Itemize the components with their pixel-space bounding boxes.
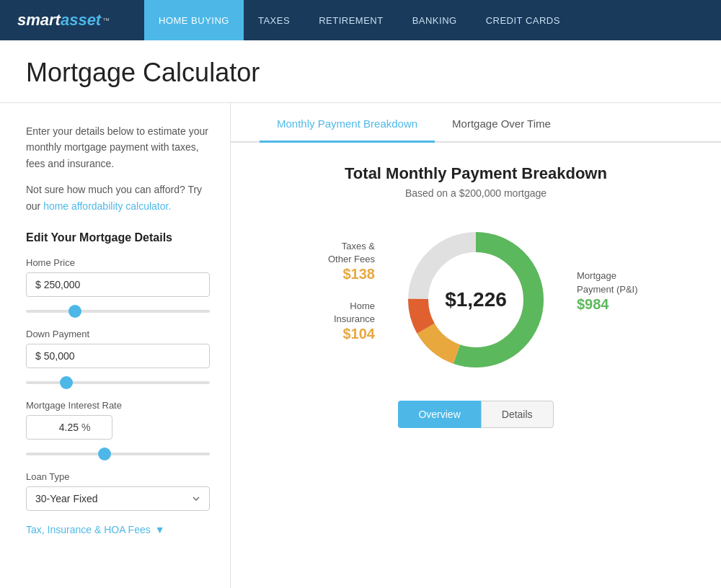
nav-item-credit-cards[interactable]: CREDIT CARDS bbox=[472, 0, 575, 40]
left-panel: Enter your details below to estimate you… bbox=[0, 103, 231, 588]
page-title: Mortgage Calculator bbox=[26, 58, 695, 88]
nav-item-taxes[interactable]: TAXES bbox=[244, 0, 304, 40]
section-title: Edit Your Mortgage Details bbox=[26, 231, 210, 244]
logo-smart: smart bbox=[17, 11, 61, 30]
tax-link-text: Tax, Insurance & HOA Fees bbox=[26, 524, 151, 535]
loan-type-select[interactable]: 30-Year Fixed 15-Year Fixed 5/1 ARM 10/1… bbox=[26, 486, 210, 511]
logo-tm: ™ bbox=[102, 17, 110, 24]
down-payment-slider[interactable] bbox=[26, 381, 210, 384]
page-title-bar: Mortgage Calculator bbox=[0, 40, 721, 103]
home-price-group: Home Price bbox=[26, 257, 210, 316]
legend-insurance: HomeInsurance $104 bbox=[288, 300, 375, 342]
home-price-label: Home Price bbox=[26, 257, 210, 268]
rate-symbol: % bbox=[81, 422, 90, 433]
home-price-input[interactable] bbox=[26, 272, 210, 297]
nav-item-banking[interactable]: BANKING bbox=[398, 0, 472, 40]
bottom-buttons: Overview Details bbox=[260, 401, 692, 428]
chart-subtitle: Based on a $200,000 mortgage bbox=[260, 187, 692, 199]
legend-taxes: Taxes &Other Fees $138 bbox=[288, 240, 375, 282]
details-button[interactable]: Details bbox=[481, 401, 554, 428]
legend-taxes-value: $138 bbox=[288, 266, 375, 282]
rate-input[interactable] bbox=[35, 422, 79, 433]
legend-mortgage: MortgagePayment (P&I) $984 bbox=[577, 270, 663, 312]
logo-asset: asset bbox=[61, 11, 101, 30]
donut-center-value: $1,226 bbox=[445, 288, 507, 311]
chart-area: Total Monthly Payment Breakdown Based on… bbox=[231, 143, 721, 450]
home-price-slider-container bbox=[26, 303, 210, 316]
logo-area: smartasset™ bbox=[0, 0, 144, 40]
legend-right: MortgagePayment (P&I) $984 bbox=[577, 270, 663, 329]
main-content: Enter your details below to estimate you… bbox=[0, 103, 721, 588]
legend-taxes-label: Taxes &Other Fees bbox=[288, 240, 375, 266]
right-panel: Monthly Payment Breakdown Mortgage Over … bbox=[231, 103, 721, 588]
loan-type-label: Loan Type bbox=[26, 471, 210, 482]
rate-label: Mortgage Interest Rate bbox=[26, 400, 210, 411]
chart-title: Total Monthly Payment Breakdown bbox=[260, 164, 692, 183]
down-payment-slider-container bbox=[26, 374, 210, 387]
tax-link[interactable]: Tax, Insurance & HOA Fees ▼ bbox=[26, 524, 210, 535]
chevron-down-icon: ▼ bbox=[155, 524, 165, 535]
legend-insurance-value: $104 bbox=[288, 326, 375, 342]
legend-insurance-label: HomeInsurance bbox=[288, 300, 375, 326]
legend-left: Taxes &Other Fees $138 HomeInsurance $10… bbox=[288, 240, 375, 360]
loan-type-group: Loan Type 30-Year Fixed 15-Year Fixed 5/… bbox=[26, 471, 210, 511]
tab-mortgage-over-time[interactable]: Mortgage Over Time bbox=[435, 103, 568, 141]
legend-mortgage-value: $984 bbox=[577, 296, 663, 313]
overview-button[interactable]: Overview bbox=[398, 401, 480, 428]
affordability-link[interactable]: home affordability calculator. bbox=[43, 200, 171, 212]
nav-item-retirement[interactable]: RETIREMENT bbox=[304, 0, 398, 40]
rate-group: Mortgage Interest Rate % bbox=[26, 400, 210, 458]
rate-input-wrapper: % bbox=[26, 415, 112, 440]
down-payment-label: Down Payment bbox=[26, 329, 210, 339]
rate-slider[interactable] bbox=[26, 453, 210, 455]
header: smartasset™ HOME BUYING TAXES RETIREMENT… bbox=[0, 0, 721, 40]
home-price-slider[interactable] bbox=[26, 310, 210, 313]
legend-mortgage-label: MortgagePayment (P&I) bbox=[577, 270, 663, 295]
description-text: Enter your details below to estimate you… bbox=[26, 123, 210, 172]
affordability-text: Not sure how much you can afford? Try ou… bbox=[26, 182, 210, 214]
donut-chart: $1,226 bbox=[404, 228, 548, 372]
tab-monthly-breakdown[interactable]: Monthly Payment Breakdown bbox=[260, 103, 435, 141]
down-payment-input[interactable] bbox=[26, 344, 210, 368]
main-nav: HOME BUYING TAXES RETIREMENT BANKING CRE… bbox=[144, 0, 721, 40]
rate-slider-container bbox=[26, 445, 210, 458]
nav-item-home-buying[interactable]: HOME BUYING bbox=[144, 0, 244, 40]
tabs: Monthly Payment Breakdown Mortgage Over … bbox=[231, 103, 721, 143]
donut-section: Taxes &Other Fees $138 HomeInsurance $10… bbox=[260, 228, 692, 372]
down-payment-group: Down Payment bbox=[26, 329, 210, 387]
